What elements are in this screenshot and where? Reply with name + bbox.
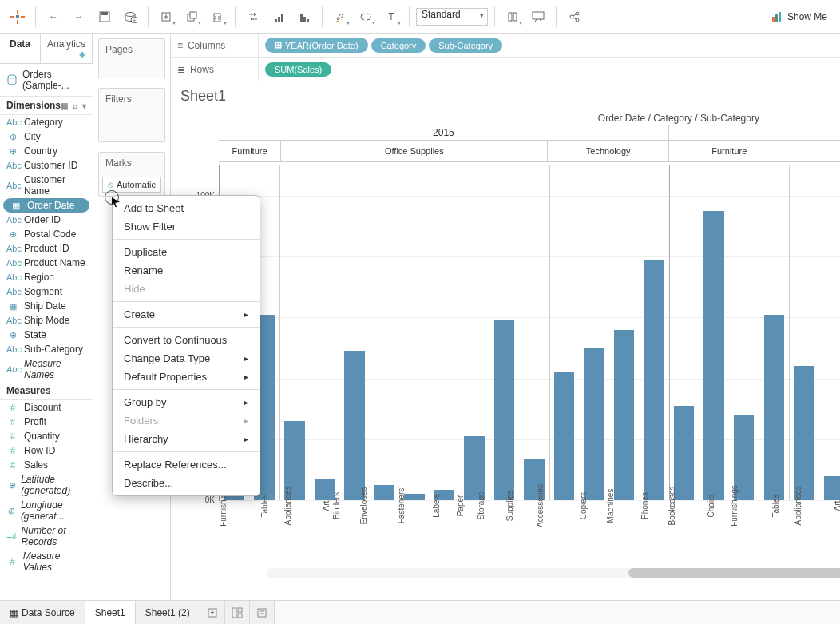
bar[interactable] bbox=[639, 165, 669, 500]
dimension-field[interactable]: AbcCategory bbox=[0, 115, 93, 129]
dimension-field[interactable]: AbcRegion bbox=[0, 270, 93, 284]
measure-field[interactable]: =#Number of Records bbox=[0, 523, 93, 549]
measure-field[interactable]: ⊕Longitude (generat... bbox=[0, 498, 93, 523]
row-pill[interactable]: SUM(Sales) bbox=[265, 62, 331, 77]
horizontal-scrollbar[interactable] bbox=[267, 568, 840, 578]
sort-desc-icon[interactable] bbox=[293, 6, 315, 28]
context-menu-item[interactable]: Rename bbox=[113, 261, 260, 280]
context-menu-item[interactable]: Show Filter bbox=[113, 217, 260, 236]
dimension-field[interactable]: ⊕State bbox=[0, 328, 93, 342]
menu-icon[interactable]: ▾ bbox=[82, 101, 86, 110]
rows-shelf[interactable]: ≣Rows SUM(Sales) bbox=[171, 58, 840, 81]
measure-field[interactable]: #Sales bbox=[0, 458, 93, 472]
pages-shelf[interactable]: Pages bbox=[98, 38, 165, 78]
bar[interactable] bbox=[399, 165, 430, 500]
dimension-field[interactable]: ⊕Postal Code bbox=[0, 227, 93, 241]
new-dashboard-tab[interactable] bbox=[225, 601, 250, 624]
bar[interactable] bbox=[370, 165, 400, 500]
view-icon[interactable]: ▦ bbox=[61, 101, 68, 110]
context-menu-item[interactable]: Create bbox=[113, 305, 260, 324]
bar[interactable] bbox=[519, 165, 549, 500]
context-menu-item[interactable]: Replace References... bbox=[113, 455, 260, 474]
highlight-icon[interactable] bbox=[329, 6, 351, 28]
bar[interactable] bbox=[310, 165, 340, 500]
dimension-field[interactable]: AbcSub-Category bbox=[0, 342, 93, 356]
tab-data[interactable]: Data bbox=[0, 34, 41, 63]
dimension-field[interactable]: AbcProduct Name bbox=[0, 256, 93, 270]
bar[interactable] bbox=[819, 165, 840, 500]
dimension-field[interactable]: ⊕Country bbox=[0, 144, 93, 158]
context-menu-item[interactable]: Hierarchy bbox=[113, 430, 260, 448]
data-source-item[interactable]: Orders (Sample-... bbox=[0, 64, 93, 97]
fit-dropdown[interactable]: Standard bbox=[416, 8, 488, 26]
dimension-field[interactable]: ⊕City bbox=[0, 129, 93, 144]
bar[interactable] bbox=[279, 165, 310, 500]
dimension-field[interactable]: AbcCustomer ID bbox=[0, 158, 93, 173]
sheet-tab[interactable]: Sheet1 bbox=[85, 601, 136, 624]
share-icon[interactable] bbox=[563, 6, 585, 28]
presentation-icon[interactable] bbox=[527, 6, 549, 28]
sheet-tab[interactable]: Sheet1 (2) bbox=[136, 601, 200, 624]
column-pill[interactable]: ⊞YEAR(Order Date) bbox=[265, 38, 368, 53]
bar[interactable] bbox=[759, 165, 790, 500]
sheet-title[interactable]: Sheet1 bbox=[171, 81, 840, 111]
measure-field[interactable]: #Discount bbox=[0, 400, 93, 415]
context-menu-item[interactable]: Convert to Continuous bbox=[113, 331, 260, 349]
bar[interactable] bbox=[489, 165, 520, 500]
column-pill[interactable]: Sub-Category bbox=[429, 38, 502, 53]
tab-analytics[interactable]: Analytics◆ bbox=[41, 34, 93, 63]
bar[interactable] bbox=[459, 165, 489, 500]
filters-shelf[interactable]: Filters bbox=[98, 88, 165, 142]
context-menu-item[interactable]: Add to Sheet bbox=[113, 199, 260, 217]
bar[interactable] bbox=[609, 165, 640, 500]
dimension-field[interactable]: AbcCustomer Name bbox=[0, 173, 93, 198]
swap-icon[interactable] bbox=[242, 6, 264, 28]
bar[interactable] bbox=[699, 165, 729, 500]
show-cards-icon[interactable] bbox=[501, 6, 524, 28]
new-datasource-icon[interactable]: + bbox=[119, 6, 141, 28]
measure-field[interactable]: ⊕Latitude (generated) bbox=[0, 472, 93, 498]
search-icon[interactable]: ⌕ bbox=[73, 101, 77, 110]
new-worksheet-icon[interactable] bbox=[155, 6, 177, 28]
logo-icon[interactable] bbox=[6, 6, 29, 28]
clear-icon[interactable] bbox=[206, 6, 228, 28]
context-menu-item[interactable]: Describe... bbox=[113, 474, 260, 492]
dimension-field[interactable]: AbcShip Mode bbox=[0, 313, 93, 328]
data-source-tab[interactable]: ▦Data Source bbox=[0, 601, 85, 624]
measure-field[interactable]: #Profit bbox=[0, 415, 93, 429]
measure-field[interactable]: #Measure Values bbox=[0, 549, 93, 574]
redo-icon[interactable]: → bbox=[68, 6, 90, 28]
context-menu-item[interactable]: Change Data Type bbox=[113, 349, 260, 368]
labels-icon[interactable]: T bbox=[380, 6, 402, 28]
column-pill[interactable]: Category bbox=[371, 38, 426, 53]
context-menu-item[interactable]: Group by bbox=[113, 393, 260, 411]
save-icon[interactable] bbox=[93, 6, 116, 28]
dimension-field[interactable]: AbcOrder ID bbox=[0, 213, 93, 227]
undo-icon[interactable]: ← bbox=[42, 6, 65, 28]
marks-type-dropdown[interactable]: ⎋ Automatic bbox=[102, 177, 161, 193]
bar[interactable] bbox=[669, 165, 699, 500]
bar[interactable] bbox=[729, 165, 759, 500]
new-worksheet-tab[interactable]: + bbox=[200, 601, 225, 624]
show-me-button[interactable]: Show Me bbox=[765, 8, 834, 26]
bar[interactable] bbox=[339, 165, 370, 500]
database-icon bbox=[6, 74, 18, 85]
group-icon[interactable] bbox=[355, 6, 377, 28]
new-story-tab[interactable] bbox=[250, 601, 275, 624]
bar[interactable] bbox=[789, 165, 819, 500]
columns-shelf[interactable]: ≡Columns ⊞YEAR(Order Date)CategorySub-Ca… bbox=[171, 34, 840, 58]
sort-asc-icon[interactable] bbox=[267, 6, 290, 28]
bar[interactable] bbox=[579, 165, 609, 500]
bar[interactable] bbox=[549, 165, 580, 500]
dimension-field[interactable]: AbcProduct ID bbox=[0, 241, 93, 256]
context-menu-item[interactable]: Default Properties bbox=[113, 368, 260, 386]
dimension-field[interactable]: AbcSegment bbox=[0, 284, 93, 299]
duplicate-icon[interactable] bbox=[180, 6, 203, 28]
dimension-field[interactable]: ▦Ship Date bbox=[0, 299, 93, 313]
context-menu-item[interactable]: Duplicate bbox=[113, 243, 260, 261]
measure-field[interactable]: #Row ID bbox=[0, 443, 93, 458]
measure-field[interactable]: #Quantity bbox=[0, 429, 93, 443]
dimension-field[interactable]: ▦Order Date bbox=[3, 198, 89, 213]
bar[interactable] bbox=[430, 165, 460, 500]
dimension-field[interactable]: AbcMeasure Names bbox=[0, 356, 93, 382]
